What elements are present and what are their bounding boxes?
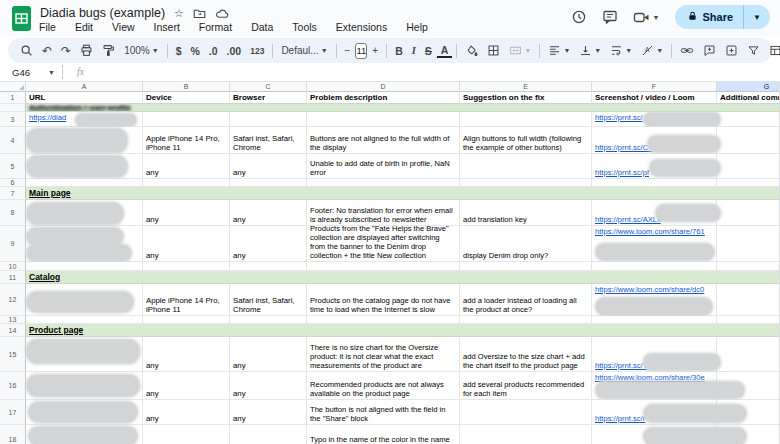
cell-B3[interactable] [143, 112, 230, 127]
search-icon[interactable] [16, 43, 37, 58]
cell-E4[interactable]: Align buttons to full width (following t… [460, 127, 592, 154]
cell-D6[interactable] [307, 179, 460, 187]
merge-cells-button[interactable]: ▼ [505, 43, 535, 58]
menu-file[interactable]: File [37, 21, 58, 35]
row-number-7[interactable]: 7 [0, 187, 26, 200]
cell-E12[interactable]: add a loader instead of loading all the … [460, 284, 592, 316]
strikethrough-button[interactable]: S [421, 44, 436, 58]
cell-E13[interactable] [460, 316, 592, 324]
insert-comment-icon[interactable] [699, 43, 720, 58]
cell-E3[interactable] [460, 112, 592, 127]
row-number-18[interactable]: 18 [0, 425, 26, 444]
cell-D13[interactable] [307, 316, 460, 324]
cell-C12[interactable]: Safari inst, Safari, Chrome [230, 284, 307, 316]
cell-B5[interactable]: any [143, 154, 230, 179]
row-number-2[interactable] [0, 104, 26, 112]
row-number-10[interactable]: 10 [0, 262, 26, 271]
cell-B8[interactable]: any [143, 200, 230, 226]
italic-button[interactable]: I [408, 44, 420, 57]
cell-D12[interactable]: Products on the catalog page do not have… [307, 284, 460, 316]
cell-A6[interactable] [26, 179, 143, 187]
screenshot-link[interactable]: https://www.loom.com/share/dc0 [595, 285, 713, 294]
font-select[interactable]: Defaul...▼ [277, 44, 331, 57]
row-number-1[interactable]: 1 [0, 92, 26, 104]
cell-A10[interactable] [26, 262, 143, 271]
borders-icon[interactable] [483, 43, 504, 58]
horizontal-align-button[interactable]: ▼ [544, 43, 574, 58]
cell-C18[interactable]: any [230, 425, 307, 444]
cell-D10[interactable] [307, 262, 460, 271]
cell-B16[interactable]: any [143, 372, 230, 400]
section-row-cell[interactable]: Product page [26, 324, 780, 337]
menu-format[interactable]: Format [197, 21, 234, 35]
cell-D16[interactable]: Recommended products are not always avai… [307, 372, 460, 400]
row-number-17[interactable]: 17 [0, 400, 26, 425]
cell-B17[interactable]: any [143, 400, 230, 425]
insert-link-icon[interactable] [676, 43, 698, 58]
name-box[interactable]: G46 ▼ [0, 67, 62, 78]
cell-B15[interactable]: any [143, 337, 230, 372]
paint-format-icon[interactable] [98, 43, 119, 58]
bold-button[interactable]: B [391, 44, 407, 58]
increase-decimal-button[interactable]: .00 [223, 44, 246, 58]
video-call-icon[interactable]: ▼ [633, 10, 660, 25]
cell-D18[interactable]: Typo in the name of the color in the nam… [307, 425, 460, 444]
cell-B18[interactable]: any [143, 425, 230, 444]
font-size-input[interactable]: 11 [355, 43, 367, 59]
row-number-13[interactable]: 13 [0, 316, 26, 324]
video-call-caret-icon[interactable]: ▼ [653, 14, 660, 21]
screenshot-link[interactable]: https://www.loom.com/share/30e [595, 373, 713, 382]
cell-C4[interactable]: Safari inst, Safari, Chrome [230, 127, 307, 154]
cell-E9[interactable]: display Denim drop only? [460, 226, 592, 262]
row-number-9[interactable]: 9 [0, 226, 26, 262]
row-number-11[interactable]: 11 [0, 271, 26, 284]
field-header-E[interactable]: Suggestion on the fix [460, 92, 592, 104]
row-number-6[interactable]: 6 [0, 179, 26, 187]
cell-C16[interactable]: any [230, 372, 307, 400]
cell-E8[interactable]: add translation key [460, 200, 592, 226]
cell-G12[interactable] [717, 284, 780, 316]
cell-B9[interactable]: any [143, 226, 230, 262]
row-number-3[interactable]: 3 [0, 112, 26, 127]
cell-C8[interactable]: any [230, 200, 307, 226]
star-icon[interactable]: ☆ [174, 7, 184, 20]
cell-B6[interactable] [143, 179, 230, 187]
cell-G13[interactable] [717, 316, 780, 324]
cell-E15[interactable]: add Oversize to the size chart + add the… [460, 337, 592, 372]
format-currency-button[interactable]: $ [172, 44, 186, 58]
undo-icon[interactable]: ↶ [38, 43, 56, 59]
fill-color-icon[interactable] [461, 43, 482, 58]
decrease-font-button[interactable]: − [341, 44, 355, 57]
column-header-C[interactable]: C [230, 82, 307, 92]
row-number-5[interactable]: 5 [0, 154, 26, 179]
column-header-D[interactable]: D [307, 82, 460, 92]
section-row-cell[interactable]: Catalog [26, 271, 780, 284]
cell-G8[interactable] [717, 200, 780, 226]
cell-C10[interactable] [230, 262, 307, 271]
version-history-icon[interactable] [571, 9, 587, 25]
column-header-F[interactable]: F [592, 82, 717, 92]
vertical-align-button[interactable]: ▼ [575, 43, 605, 58]
cloud-status-icon[interactable] [215, 7, 229, 20]
comment-history-icon[interactable] [602, 9, 618, 25]
cell-D5[interactable]: Unable to add date of birth in profile, … [307, 154, 460, 179]
cell-C13[interactable] [230, 316, 307, 324]
cell-C6[interactable] [230, 179, 307, 187]
section-row-cell[interactable]: Main page [26, 187, 780, 200]
redo-icon[interactable]: ↷ [57, 43, 75, 59]
cell-A13[interactable] [26, 316, 143, 324]
cell-D4[interactable]: Buttons are not aligned to the full widt… [307, 127, 460, 154]
select-all-corner[interactable] [0, 82, 26, 92]
insert-chart-icon[interactable] [721, 43, 742, 58]
field-header-G[interactable]: Additional comments [717, 92, 780, 104]
more-formats-button[interactable]: 123 [246, 45, 268, 57]
row-number-15[interactable]: 15 [0, 337, 26, 372]
menu-data[interactable]: Data [249, 21, 275, 35]
column-header-B[interactable]: B [143, 82, 230, 92]
cell-C9[interactable]: any [230, 226, 307, 262]
menu-tools[interactable]: Tools [290, 21, 319, 35]
cell-D17[interactable]: The button is not aligned with the field… [307, 400, 460, 425]
cell-C5[interactable]: any [230, 154, 307, 179]
cell-G6[interactable] [717, 179, 780, 187]
cell-B12[interactable]: Apple iPhone 14 Pro, iPhone 11 [143, 284, 230, 316]
